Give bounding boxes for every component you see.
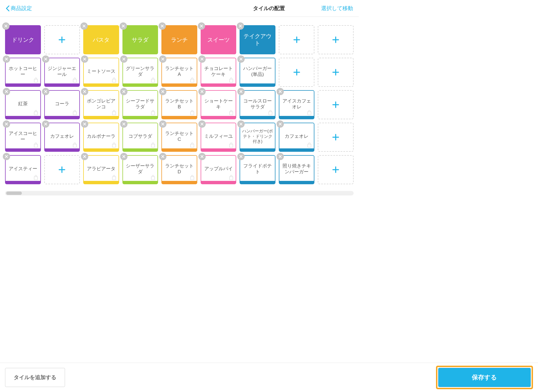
product-tile[interactable]: アイスカフェオレ [279,90,315,119]
empty-tile[interactable] [44,155,80,184]
product-tile[interactable]: チョコレートケーキ [201,58,236,87]
close-icon[interactable] [277,88,284,95]
bag-icon [33,175,39,180]
tile-label: シーフードサラダ [125,98,156,110]
close-icon[interactable] [120,153,127,160]
close-icon[interactable] [80,22,88,30]
close-icon[interactable] [237,88,245,95]
close-icon[interactable] [81,153,88,160]
close-icon[interactable] [159,55,166,63]
close-icon[interactable] [120,120,127,128]
product-tile[interactable]: ホットコーヒー [5,58,41,87]
horizontal-scrollbar[interactable] [5,191,354,195]
close-icon[interactable] [198,55,206,63]
category-tile[interactable]: テイクアウト [240,25,275,54]
product-tile[interactable]: アップルパイ [201,155,236,184]
product-tile[interactable]: カルボナーラ [83,123,119,152]
close-icon[interactable] [159,22,166,30]
empty-tile[interactable] [318,58,354,87]
close-icon[interactable] [237,120,245,128]
close-icon[interactable] [120,22,127,30]
empty-tile[interactable] [318,25,354,54]
product-tile[interactable]: ショートケーキ [201,90,236,119]
close-icon[interactable] [277,153,284,160]
product-tile[interactable]: ミルフィーユ [201,123,236,152]
product-tile[interactable]: シーフードサラダ [122,90,158,119]
close-icon[interactable] [198,22,205,30]
close-icon[interactable] [198,120,206,128]
product-tile[interactable]: ミートソース [83,58,119,87]
product-tile[interactable]: アイスコーヒー [5,123,41,152]
close-icon[interactable] [42,120,49,128]
close-icon[interactable] [237,22,244,30]
empty-tile[interactable] [279,25,315,54]
product-tile[interactable]: アラビアータ [83,155,119,184]
close-icon[interactable] [3,153,10,160]
empty-tile[interactable] [318,90,354,119]
category-tile[interactable]: スイーツ [201,25,236,54]
close-icon[interactable] [237,153,245,160]
product-tile[interactable]: 照り焼きチキンバーガー [279,155,315,184]
close-icon[interactable] [2,22,10,30]
category-tile[interactable]: パスタ [83,25,119,54]
product-tile[interactable]: コーラ [44,90,80,119]
product-tile[interactable]: ランチセットC [161,123,197,152]
tile-label: ハンバーガー(ポテト・ドリンク付き) [242,129,273,144]
plus-icon [332,36,340,44]
close-icon[interactable] [3,120,10,128]
bag-icon [72,142,78,148]
close-icon[interactable] [120,55,127,63]
close-icon[interactable] [42,88,49,95]
product-tile[interactable]: コブサラダ [122,123,158,152]
empty-tile[interactable] [279,58,315,87]
product-tile[interactable]: アイスティー [5,155,41,184]
product-tile[interactable]: コールスローサラダ [240,90,275,119]
close-icon[interactable] [277,120,284,128]
bag-icon [111,77,117,83]
product-tile[interactable]: 紅茶 [5,90,41,119]
tile-label: アイスティー [9,166,37,172]
bag-icon [307,142,312,148]
tile-label: コーラ [55,101,69,107]
product-tile[interactable]: グリーンサラダ [122,58,158,87]
plus-icon [293,36,301,44]
scrollbar-thumb[interactable] [6,192,22,195]
close-icon[interactable] [159,120,166,128]
product-tile[interactable]: ハンバーガー(ポテト・ドリンク付き) [240,123,275,152]
close-icon[interactable] [159,88,166,95]
close-icon[interactable] [3,88,10,95]
product-tile[interactable]: ランチセットB [161,90,197,119]
close-icon[interactable] [81,55,88,63]
close-icon[interactable] [159,153,166,160]
product-tile[interactable]: ハンバーガー(単品) [240,58,275,87]
product-tile[interactable]: ランチセットD [161,155,197,184]
back-button[interactable]: 商品設定 [6,5,32,12]
close-icon[interactable] [42,55,49,63]
bag-icon [72,110,78,115]
product-tile[interactable]: フライドポテト [240,155,275,184]
category-tile[interactable]: サラダ [122,25,158,54]
close-icon[interactable] [120,88,127,95]
category-tile[interactable]: ドリンク [5,25,41,54]
product-tile[interactable]: シーザーサラダ [122,155,158,184]
tile-label: 紅茶 [18,101,28,107]
empty-tile[interactable] [318,123,354,152]
close-icon[interactable] [198,88,206,95]
close-icon[interactable] [3,55,10,63]
empty-tile[interactable] [44,25,80,54]
product-tile[interactable]: ランチセットA [161,58,197,87]
bag-icon [189,110,195,115]
close-icon[interactable] [198,153,206,160]
bag-icon [33,77,39,83]
product-tile[interactable]: カフェオレ [44,123,80,152]
category-tile[interactable]: ランチ [161,25,197,54]
tile-label: スイーツ [207,36,230,43]
product-tile[interactable]: ボンゴレビアンコ [83,90,119,119]
product-tile[interactable]: カフェオレ [279,123,315,152]
select-move-button[interactable]: 選択して移動 [321,5,353,12]
product-tile[interactable]: ジンジャーエール [44,58,80,87]
close-icon[interactable] [237,55,245,63]
empty-tile[interactable] [318,155,354,184]
close-icon[interactable] [81,120,88,128]
close-icon[interactable] [81,88,88,95]
